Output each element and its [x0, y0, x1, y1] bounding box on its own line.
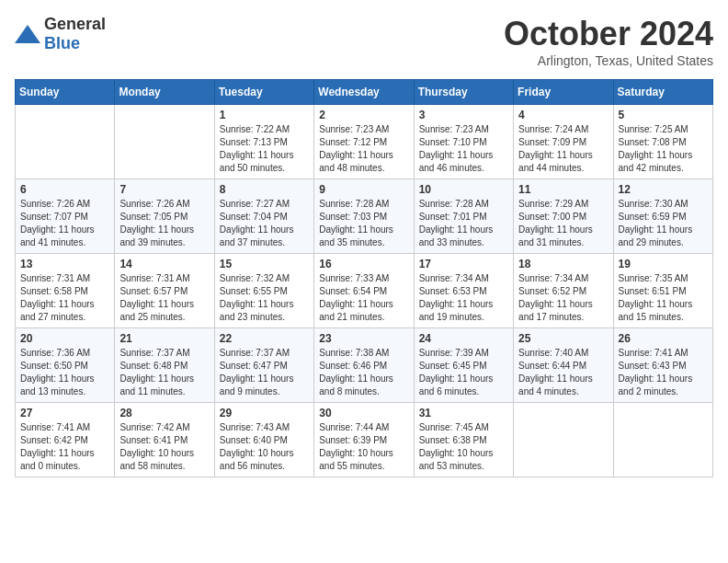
calendar-week-5: 27Sunrise: 7:41 AM Sunset: 6:42 PM Dayli…: [16, 403, 713, 477]
calendar-cell: 7Sunrise: 7:26 AM Sunset: 7:05 PM Daylig…: [115, 179, 214, 254]
calendar-cell: 6Sunrise: 7:26 AM Sunset: 7:07 PM Daylig…: [16, 179, 115, 254]
day-info: Sunrise: 7:31 AM Sunset: 6:57 PM Dayligh…: [119, 272, 209, 324]
header-cell-thursday: Thursday: [414, 80, 513, 105]
day-info: Sunrise: 7:34 AM Sunset: 6:53 PM Dayligh…: [419, 272, 508, 324]
calendar-cell: 18Sunrise: 7:34 AM Sunset: 6:52 PM Dayli…: [514, 254, 613, 328]
header-cell-friday: Friday: [514, 80, 613, 105]
day-number: 8: [220, 183, 309, 196]
day-info: Sunrise: 7:32 AM Sunset: 6:55 PM Dayligh…: [220, 272, 309, 324]
day-info: Sunrise: 7:23 AM Sunset: 7:12 PM Dayligh…: [319, 123, 408, 175]
calendar-cell: 16Sunrise: 7:33 AM Sunset: 6:54 PM Dayli…: [314, 254, 414, 328]
logo-blue: Blue: [44, 34, 80, 52]
svg-marker-0: [15, 25, 40, 43]
day-number: 22: [220, 332, 309, 345]
day-number: 19: [619, 258, 708, 270]
day-info: Sunrise: 7:28 AM Sunset: 7:01 PM Dayligh…: [419, 198, 508, 249]
day-info: Sunrise: 7:33 AM Sunset: 6:54 PM Dayligh…: [319, 272, 408, 324]
calendar-cell: 19Sunrise: 7:35 AM Sunset: 6:51 PM Dayli…: [613, 254, 712, 328]
header-cell-tuesday: Tuesday: [214, 80, 313, 105]
day-number: 7: [119, 183, 209, 196]
day-number: 16: [319, 258, 408, 270]
calendar-cell: [514, 403, 613, 477]
day-number: 25: [518, 332, 608, 345]
day-number: 21: [119, 332, 209, 345]
day-number: 10: [419, 183, 508, 196]
day-info: Sunrise: 7:38 AM Sunset: 6:46 PM Dayligh…: [319, 347, 408, 398]
calendar-body: 1Sunrise: 7:22 AM Sunset: 7:13 PM Daylig…: [16, 105, 713, 477]
day-number: 29: [220, 407, 309, 419]
calendar-cell: 8Sunrise: 7:27 AM Sunset: 7:04 PM Daylig…: [214, 179, 313, 254]
calendar-cell: 29Sunrise: 7:43 AM Sunset: 6:40 PM Dayli…: [214, 403, 313, 477]
calendar-cell: 9Sunrise: 7:28 AM Sunset: 7:03 PM Daylig…: [314, 179, 414, 254]
calendar-cell: 27Sunrise: 7:41 AM Sunset: 6:42 PM Dayli…: [16, 403, 115, 477]
calendar-cell: 26Sunrise: 7:41 AM Sunset: 6:43 PM Dayli…: [613, 328, 712, 403]
day-info: Sunrise: 7:34 AM Sunset: 6:52 PM Dayligh…: [518, 272, 608, 324]
header-cell-saturday: Saturday: [613, 80, 712, 105]
day-number: 1: [220, 109, 309, 121]
calendar-cell: 17Sunrise: 7:34 AM Sunset: 6:53 PM Dayli…: [414, 254, 513, 328]
logo-general: General: [44, 15, 106, 33]
day-info: Sunrise: 7:22 AM Sunset: 7:13 PM Dayligh…: [220, 123, 309, 175]
calendar-cell: 15Sunrise: 7:32 AM Sunset: 6:55 PM Dayli…: [214, 254, 313, 328]
day-info: Sunrise: 7:26 AM Sunset: 7:07 PM Dayligh…: [20, 198, 109, 249]
header-row: SundayMondayTuesdayWednesdayThursdayFrid…: [16, 80, 713, 105]
day-info: Sunrise: 7:44 AM Sunset: 6:39 PM Dayligh…: [319, 421, 408, 473]
calendar-cell: 25Sunrise: 7:40 AM Sunset: 6:44 PM Dayli…: [514, 328, 613, 403]
day-number: 24: [419, 332, 508, 345]
day-info: Sunrise: 7:45 AM Sunset: 6:38 PM Dayligh…: [419, 421, 508, 473]
calendar-header: SundayMondayTuesdayWednesdayThursdayFrid…: [16, 80, 713, 105]
day-number: 28: [119, 407, 209, 419]
calendar-cell: 12Sunrise: 7:30 AM Sunset: 6:59 PM Dayli…: [613, 179, 712, 254]
calendar-cell: 22Sunrise: 7:37 AM Sunset: 6:47 PM Dayli…: [214, 328, 313, 403]
calendar-cell: 14Sunrise: 7:31 AM Sunset: 6:57 PM Dayli…: [115, 254, 214, 328]
day-number: 17: [419, 258, 508, 270]
day-info: Sunrise: 7:25 AM Sunset: 7:08 PM Dayligh…: [619, 123, 708, 175]
logo: General Blue: [15, 15, 106, 53]
day-info: Sunrise: 7:23 AM Sunset: 7:10 PM Dayligh…: [419, 123, 508, 175]
logo-icon: [15, 25, 40, 43]
calendar-cell: 28Sunrise: 7:42 AM Sunset: 6:41 PM Dayli…: [115, 403, 214, 477]
calendar-cell: 20Sunrise: 7:36 AM Sunset: 6:50 PM Dayli…: [16, 328, 115, 403]
location-title: Arlington, Texas, United States: [504, 53, 713, 68]
month-title: October 2024: [504, 15, 713, 53]
calendar-cell: 23Sunrise: 7:38 AM Sunset: 6:46 PM Dayli…: [314, 328, 414, 403]
day-info: Sunrise: 7:39 AM Sunset: 6:45 PM Dayligh…: [419, 347, 508, 398]
day-info: Sunrise: 7:30 AM Sunset: 6:59 PM Dayligh…: [619, 198, 708, 249]
day-info: Sunrise: 7:41 AM Sunset: 6:42 PM Dayligh…: [20, 421, 109, 473]
day-number: 2: [319, 109, 408, 121]
day-number: 18: [518, 258, 608, 270]
calendar-cell: 24Sunrise: 7:39 AM Sunset: 6:45 PM Dayli…: [414, 328, 513, 403]
day-number: 26: [619, 332, 708, 345]
calendar-cell: 10Sunrise: 7:28 AM Sunset: 7:01 PM Dayli…: [414, 179, 513, 254]
day-info: Sunrise: 7:31 AM Sunset: 6:58 PM Dayligh…: [20, 272, 109, 324]
header-cell-monday: Monday: [115, 80, 214, 105]
day-number: 23: [319, 332, 408, 345]
day-number: 27: [20, 407, 109, 419]
day-info: Sunrise: 7:29 AM Sunset: 7:00 PM Dayligh…: [518, 198, 608, 249]
title-block: October 2024 Arlington, Texas, United St…: [504, 15, 713, 68]
day-info: Sunrise: 7:36 AM Sunset: 6:50 PM Dayligh…: [20, 347, 109, 398]
day-number: 5: [619, 109, 708, 121]
day-info: Sunrise: 7:35 AM Sunset: 6:51 PM Dayligh…: [619, 272, 708, 324]
header-cell-sunday: Sunday: [16, 80, 115, 105]
calendar-cell: 11Sunrise: 7:29 AM Sunset: 7:00 PM Dayli…: [514, 179, 613, 254]
day-number: 20: [20, 332, 109, 345]
day-number: 13: [20, 258, 109, 270]
calendar-cell: 1Sunrise: 7:22 AM Sunset: 7:13 PM Daylig…: [214, 105, 313, 179]
day-number: 15: [220, 258, 309, 270]
header-cell-wednesday: Wednesday: [314, 80, 414, 105]
calendar-cell: [115, 105, 214, 179]
day-info: Sunrise: 7:42 AM Sunset: 6:41 PM Dayligh…: [119, 421, 209, 473]
calendar-table: SundayMondayTuesdayWednesdayThursdayFrid…: [15, 79, 713, 477]
calendar-cell: 13Sunrise: 7:31 AM Sunset: 6:58 PM Dayli…: [16, 254, 115, 328]
calendar-week-3: 13Sunrise: 7:31 AM Sunset: 6:58 PM Dayli…: [16, 254, 713, 328]
calendar-cell: 21Sunrise: 7:37 AM Sunset: 6:48 PM Dayli…: [115, 328, 214, 403]
page-header: General Blue October 2024 Arlington, Tex…: [15, 15, 713, 68]
calendar-cell: [613, 403, 712, 477]
day-info: Sunrise: 7:41 AM Sunset: 6:43 PM Dayligh…: [619, 347, 708, 398]
logo-text: General Blue: [44, 15, 106, 53]
day-info: Sunrise: 7:24 AM Sunset: 7:09 PM Dayligh…: [518, 123, 608, 175]
day-info: Sunrise: 7:26 AM Sunset: 7:05 PM Dayligh…: [119, 198, 209, 249]
calendar-cell: 5Sunrise: 7:25 AM Sunset: 7:08 PM Daylig…: [613, 105, 712, 179]
day-number: 9: [319, 183, 408, 196]
